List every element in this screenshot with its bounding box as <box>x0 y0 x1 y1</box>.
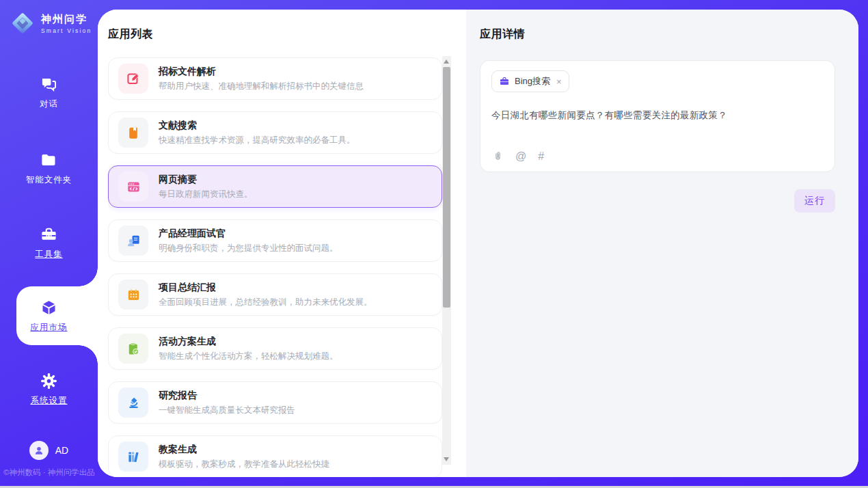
app-item-desc: 智能生成个性化活动方案，轻松解决规划难题。 <box>159 351 338 362</box>
paperclip-icon[interactable] <box>492 150 504 162</box>
app-icon-container <box>118 172 148 202</box>
app-item-title: 教案生成 <box>159 444 329 456</box>
input-actions: @ # <box>492 150 544 162</box>
brand-subtitle: Smart Vision <box>41 27 92 34</box>
app-item-desc: 帮助用户快速、准确地理解和解析招标书中的关键信息 <box>159 81 364 92</box>
sidebar-item-label: 对话 <box>0 98 98 110</box>
app-detail-title: 应用详情 <box>480 27 835 42</box>
sidebar-item-toolset[interactable]: 工具集 <box>0 226 98 260</box>
app-item-desc: 每日政府新闻资讯快查。 <box>159 189 253 200</box>
app-icon-container <box>118 64 148 94</box>
app-item-bid-analysis[interactable]: 招标文件解析 帮助用户快速、准确地理解和解析招标书中的关键信息 <box>108 57 442 100</box>
app-item-web-summary[interactable]: 网页摘要 每日政府新闻资讯快查。 <box>108 165 442 208</box>
scrollbar-down-arrow-icon[interactable] <box>444 457 449 461</box>
avatar <box>29 441 49 460</box>
book-icon <box>126 125 141 141</box>
app-item-desc: 一键智能生成高质量长文本研究报告 <box>159 405 295 416</box>
app-item-desc: 明确身份和职责，为您提供专业性的面试问题。 <box>159 243 338 254</box>
chat-icon <box>40 75 58 94</box>
app-item-desc: 快速精准查找学术资源，提高研究效率的必备工具。 <box>159 135 355 146</box>
app-item-desc: 模板驱动，教案秒成，教学准备从此轻松快捷 <box>159 459 329 470</box>
sidebar-item-app-market[interactable]: 应用市场 <box>0 299 98 334</box>
app-icon-container <box>118 442 148 472</box>
app-list-scrollbar[interactable] <box>442 56 451 465</box>
app-list-title: 应用列表 <box>108 27 466 42</box>
app-item-title: 招标文件解析 <box>159 66 364 78</box>
toolbox-icon <box>40 226 58 244</box>
app-item-project-summary[interactable]: 项目总结汇报 全面回顾项目进展，总结经验教训，助力未来优化发展。 <box>108 273 442 316</box>
brand-name: 神州问学 <box>41 13 92 26</box>
hashtag-icon[interactable]: # <box>538 151 544 162</box>
interviewer-icon <box>126 233 141 249</box>
app-item-pm-interviewer[interactable]: 产品经理面试官 明确身份和职责，为您提供专业性的面试问题。 <box>108 219 442 262</box>
mention-icon[interactable]: @ <box>515 151 526 162</box>
app-item-title: 项目总结汇报 <box>159 282 372 294</box>
app-icon-container <box>118 334 148 364</box>
app-item-title: 活动方案生成 <box>159 336 338 348</box>
run-button[interactable]: 运行 <box>794 189 835 213</box>
sidebar-item-label: 应用市场 <box>0 322 98 334</box>
app-list: 招标文件解析 帮助用户快速、准确地理解和解析招标书中的关键信息 文献搜索 快速精… <box>108 57 442 477</box>
app-item-event-plan[interactable]: 活动方案生成 智能生成个性化活动方案，轻松解决规划难题。 <box>108 327 442 370</box>
browser-code-icon <box>126 179 141 195</box>
sidebar: 神州问学 Smart Vision 对话 智能文件夹 工具集 <box>0 0 98 486</box>
app-item-literature-search[interactable]: 文献搜索 快速精准查找学术资源，提高研究效率的必备工具。 <box>108 111 442 154</box>
main-content: 应用列表 招标文件解析 帮助用户快速、准确地理解和解析招标书中的关键信息 <box>98 10 858 477</box>
sidebar-item-label: 系统设置 <box>0 395 98 407</box>
scrollbar-thumb[interactable] <box>443 67 450 308</box>
scrollbar-up-arrow-icon[interactable] <box>444 59 449 64</box>
app-icon-container <box>118 226 148 256</box>
query-text[interactable]: 今日湖北有哪些新闻要点？有哪些需要关注的最新政策？ <box>491 109 824 122</box>
app-list-panel: 应用列表 招标文件解析 帮助用户快速、准确地理解和解析招标书中的关键信息 <box>98 10 466 477</box>
gear-icon <box>40 372 58 390</box>
chip-close-icon[interactable]: × <box>556 77 562 86</box>
tool-chip-label: Bing搜索 <box>515 75 550 87</box>
app-icon-container <box>118 388 148 418</box>
app-icon-container <box>118 280 148 310</box>
app-icon-container <box>118 118 148 148</box>
app-detail-panel: 应用详情 Bing搜索 × 今日湖北有哪些新闻要点？有哪些需要关注的最新政策？ … <box>466 10 858 477</box>
app-item-lesson-plan[interactable]: 教案生成 模板驱动，教案秒成，教学准备从此轻松快捷 <box>108 435 442 477</box>
user-account[interactable]: AD <box>0 441 98 460</box>
books-icon <box>126 449 141 465</box>
app-item-title: 网页摘要 <box>159 174 253 186</box>
sidebar-item-system-settings[interactable]: 系统设置 <box>0 372 98 407</box>
clipboard-check-icon <box>126 341 141 357</box>
app-item-title: 研究报告 <box>159 390 295 402</box>
app-item-research-report[interactable]: 研究报告 一键智能生成高质量长文本研究报告 <box>108 381 442 424</box>
user-icon <box>33 444 45 457</box>
cube-icon <box>40 299 58 317</box>
tool-chip-bing-search[interactable]: Bing搜索 × <box>491 70 569 92</box>
brand-logo: 神州问学 Smart Vision <box>10 10 92 36</box>
user-name: AD <box>55 445 68 456</box>
prompt-card[interactable]: Bing搜索 × 今日湖北有哪些新闻要点？有哪些需要关注的最新政策？ @ # <box>480 60 835 172</box>
sidebar-item-label: 工具集 <box>0 249 98 260</box>
microscope-icon <box>126 395 141 411</box>
calendar-note-icon <box>126 287 141 303</box>
app-item-desc: 全面回顾项目进展，总结经验教训，助力未来优化发展。 <box>159 297 372 308</box>
briefcase-icon <box>499 76 510 87</box>
sidebar-item-smart-folder[interactable]: 智能文件夹 <box>0 151 98 186</box>
sidebar-item-label: 智能文件夹 <box>0 174 98 186</box>
app-item-title: 产品经理面试官 <box>159 228 338 240</box>
copyright-footer: ©神州数码 · 神州问学出品 <box>3 467 98 478</box>
folder-icon <box>40 151 58 170</box>
brand-diamond-icon <box>10 10 36 36</box>
edit-document-icon <box>126 71 141 87</box>
sidebar-item-chat[interactable]: 对话 <box>0 75 98 110</box>
app-item-title: 文献搜索 <box>159 120 355 132</box>
